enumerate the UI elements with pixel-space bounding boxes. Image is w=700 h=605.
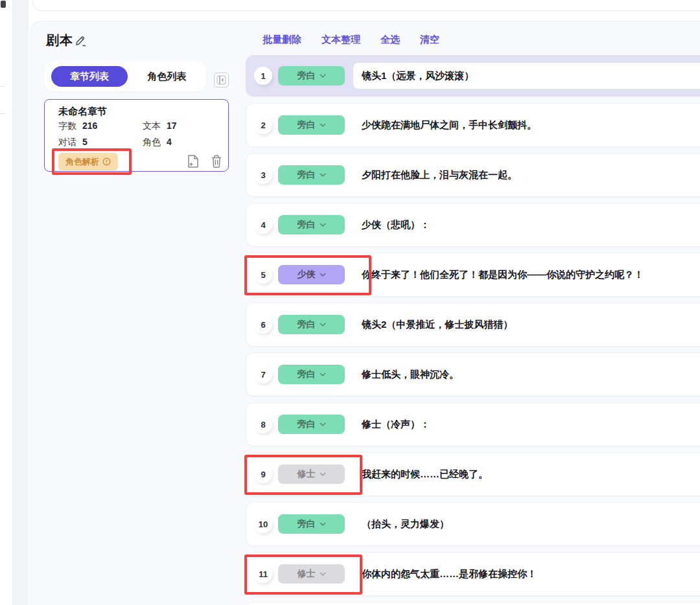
- page-gutter: [12, 0, 29, 605]
- script-row[interactable]: 9 修士 我赶来的时候……已经晚了。: [246, 452, 700, 496]
- role-dropdown[interactable]: 少侠: [278, 265, 345, 284]
- role-dropdown[interactable]: 旁白: [278, 215, 345, 234]
- collapse-panel-button[interactable]: [214, 73, 229, 87]
- script-row[interactable]: 5 少侠 你终于来了！他们全死了！都是因为你——你说的守护之约呢？！: [246, 253, 700, 297]
- stat-word-count: 字数216: [58, 120, 97, 132]
- row-number-badge: 8: [254, 415, 272, 433]
- script-row[interactable]: 8 旁白 修士（冷声）：: [246, 402, 700, 446]
- chapter-title: 未命名章节: [58, 106, 107, 118]
- role-dropdown[interactable]: 旁白: [278, 315, 345, 334]
- row-number-badge: 7: [254, 365, 272, 383]
- script-row[interactable]: 10 旁白 （抬头，灵力爆发）: [246, 502, 700, 546]
- script-row[interactable]: 7 旁白 修士低头，眼神沉冷。: [246, 352, 700, 396]
- script-panel: 剧本 批量删除 文本整理 全选 清空 章节列表 角色列表: [30, 21, 700, 605]
- row-text-input[interactable]: 修士（冷声）：: [353, 411, 700, 437]
- row-text-input[interactable]: 镜头2（中景推近，修士披风猎猎）: [353, 312, 700, 337]
- divider: [0, 113, 6, 114]
- row-text-input[interactable]: （抬头，灵力爆发）: [353, 511, 700, 537]
- sidebar-tabs: 章节列表 角色列表: [44, 62, 206, 91]
- chevron-down-icon: [320, 422, 326, 426]
- role-dropdown[interactable]: 修士: [278, 564, 345, 584]
- row-text-input[interactable]: 镜头1（远景，风沙滚滚）: [353, 63, 700, 89]
- divider: [0, 86, 6, 87]
- role-analysis-label: 角色解析: [65, 156, 99, 168]
- script-row[interactable]: 1 旁白 镜头1（远景，风沙滚滚）: [246, 55, 700, 97]
- row-text-input[interactable]: 你体内的怨气太重……是邪修在操控你！: [353, 561, 700, 587]
- chevron-down-icon: [320, 522, 326, 526]
- chevron-down-icon: [320, 472, 326, 476]
- row-number-badge: 1: [254, 67, 272, 85]
- stat-text-count: 文本17: [143, 120, 177, 132]
- row-text-input[interactable]: 少侠跪在满地尸体之间，手中长剑颤抖。: [353, 112, 700, 138]
- row-number-badge: 4: [254, 216, 272, 234]
- row-text-input[interactable]: 少侠（悲吼）：: [353, 212, 700, 238]
- edit-pencil-icon[interactable]: [74, 34, 87, 47]
- row-number-badge: 10: [254, 515, 272, 533]
- row-text-input[interactable]: 修士低头，眼神沉冷。: [353, 361, 700, 387]
- script-row-partial[interactable]: [246, 602, 700, 605]
- role-dropdown[interactable]: 旁白: [278, 115, 345, 135]
- role-dropdown[interactable]: 旁白: [278, 66, 345, 86]
- role-dropdown[interactable]: 旁白: [278, 514, 345, 534]
- delete-chapter-icon[interactable]: [210, 154, 223, 168]
- row-number-badge: 11: [254, 565, 272, 583]
- row-text-input[interactable]: 夕阳打在他脸上，泪与灰混在一起。: [353, 162, 700, 188]
- info-icon: [102, 157, 111, 166]
- role-analysis-button[interactable]: 角色解析: [58, 153, 118, 170]
- role-dropdown[interactable]: 旁白: [278, 365, 345, 384]
- upper-card-edge: [32, 0, 700, 11]
- script-row[interactable]: 2 旁白 少侠跪在满地尸体之间，手中长剑颤抖。: [246, 103, 700, 147]
- role-dropdown[interactable]: 修士: [278, 464, 345, 484]
- chevron-down-icon: [320, 372, 326, 376]
- add-chapter-icon[interactable]: [187, 154, 200, 168]
- chevron-down-icon: [320, 223, 326, 227]
- script-editor-page: 剧本 批量删除 文本整理 全选 清空 章节列表 角色列表: [0, 0, 700, 605]
- chevron-down-icon: [320, 572, 326, 576]
- tab-chapter-list[interactable]: 章节列表: [51, 66, 128, 87]
- tab-role-list[interactable]: 角色列表: [128, 71, 206, 83]
- chevron-down-icon: [320, 123, 326, 127]
- chevron-down-icon: [320, 74, 326, 78]
- row-number-badge: 5: [254, 266, 272, 284]
- chevron-down-icon: [320, 173, 326, 177]
- row-number-badge: 9: [254, 465, 272, 483]
- collapsed-side-panel-edge: [0, 0, 12, 605]
- row-text-input[interactable]: 你终于来了！他们全死了！都是因为你——你说的守护之约呢？！: [353, 262, 700, 288]
- script-row[interactable]: 3 旁白 夕阳打在他脸上，泪与灰混在一起。: [246, 153, 700, 197]
- chevron-down-icon: [320, 273, 326, 277]
- role-dropdown[interactable]: 旁白: [278, 415, 345, 434]
- stat-role-count: 角色4: [143, 137, 172, 148]
- row-text-input[interactable]: 我赶来的时候……已经晚了。: [353, 461, 700, 487]
- stat-dialogue-count: 对话5: [58, 137, 88, 148]
- page-title: 剧本: [46, 32, 73, 49]
- script-row[interactable]: 11 修士 你体内的怨气太重……是邪修在操控你！: [246, 552, 700, 596]
- script-rows-list: 1 旁白 镜头1（远景，风沙滚滚） 2 旁白 少侠跪在满地尸体之间，手中长剑颤抖…: [246, 21, 700, 605]
- row-number-badge: 3: [254, 166, 272, 184]
- chapter-card[interactable]: 未命名章节 字数216 文本17 对话5 角色4 角色解析: [44, 99, 229, 172]
- script-row[interactable]: 4 旁白 少侠（悲吼）：: [246, 203, 700, 247]
- script-row[interactable]: 6 旁白 镜头2（中景推近，修士披风猎猎）: [246, 302, 700, 347]
- row-number-badge: 6: [254, 315, 272, 334]
- row-number-badge: 2: [254, 116, 272, 134]
- role-dropdown[interactable]: 旁白: [278, 165, 345, 185]
- app-logo-fragment-icon: [1, 1, 6, 8]
- chevron-down-icon: [320, 323, 326, 326]
